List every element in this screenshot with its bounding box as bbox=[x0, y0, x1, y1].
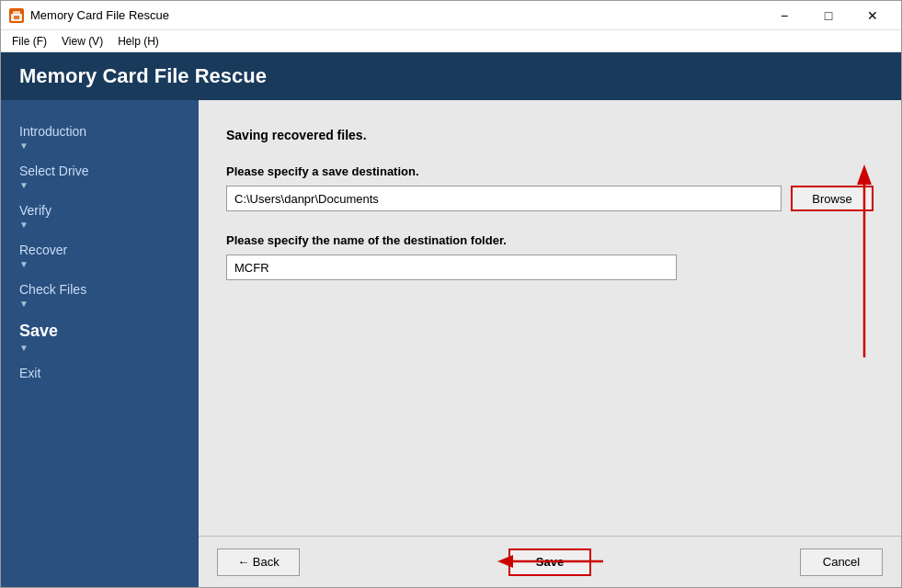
menu-view[interactable]: View (V) bbox=[54, 33, 110, 50]
sidebar-item-label: Exit bbox=[19, 366, 40, 380]
saving-title: Saving recovered files. bbox=[226, 128, 873, 142]
sidebar-item-label: Select Drive bbox=[19, 164, 88, 178]
menu-file[interactable]: File (F) bbox=[5, 33, 54, 50]
app-title: Memory Card File Rescue bbox=[19, 64, 267, 88]
save-button[interactable]: Save bbox=[508, 548, 591, 576]
window-controls: − □ ✕ bbox=[763, 1, 894, 30]
header-banner: Memory Card File Rescue bbox=[1, 52, 901, 100]
close-button[interactable]: ✕ bbox=[851, 1, 894, 30]
bottom-bar: ← Back Save Cancel bbox=[199, 536, 901, 587]
sidebar-arrow-4: ▼ bbox=[19, 299, 29, 309]
destination-row: Browse bbox=[226, 186, 873, 211]
sidebar-arrow-2: ▼ bbox=[19, 220, 29, 230]
sidebar-item-label: Introduction bbox=[19, 124, 86, 139]
sidebar-item-save[interactable]: Save ▼ bbox=[1, 312, 199, 356]
sidebar-item-label: Save bbox=[19, 322, 58, 341]
app-icon bbox=[8, 7, 25, 24]
menu-help[interactable]: Help (H) bbox=[110, 33, 166, 50]
sidebar-item-label: Check Files bbox=[19, 282, 86, 297]
sidebar-arrow-1: ▼ bbox=[19, 180, 29, 190]
svg-rect-3 bbox=[14, 16, 19, 19]
sidebar-arrow-3: ▼ bbox=[19, 259, 29, 269]
cancel-button[interactable]: Cancel bbox=[800, 548, 883, 576]
sidebar-item-exit[interactable]: Exit bbox=[1, 356, 199, 384]
sidebar-arrow-0: ▼ bbox=[19, 141, 29, 151]
main-layout: Introduction ▼ Select Drive ▼ Verify ▼ R… bbox=[1, 100, 901, 587]
destination-input[interactable] bbox=[226, 186, 782, 211]
minimize-button[interactable]: − bbox=[763, 1, 805, 30]
maximize-button[interactable]: □ bbox=[807, 1, 850, 30]
folder-input[interactable] bbox=[226, 254, 677, 280]
sidebar-item-introduction[interactable]: Introduction ▼ bbox=[1, 115, 199, 154]
back-button[interactable]: ← Back bbox=[217, 548, 300, 576]
main-window: Memory Card File Rescue − □ ✕ File (F) V… bbox=[0, 0, 902, 588]
window-title: Memory Card File Rescue bbox=[30, 8, 763, 22]
browse-button[interactable]: Browse bbox=[791, 186, 873, 211]
sidebar-item-verify[interactable]: Verify ▼ bbox=[1, 194, 199, 233]
title-bar: Memory Card File Rescue − □ ✕ bbox=[1, 1, 901, 30]
folder-label: Please specify the name of the destinati… bbox=[226, 233, 873, 247]
sidebar-item-label: Verify bbox=[19, 203, 51, 218]
sidebar-arrow-5: ▼ bbox=[19, 343, 29, 353]
content-area: Saving recovered files. Please specify a… bbox=[199, 100, 901, 536]
sidebar-item-recover[interactable]: Recover ▼ bbox=[1, 233, 199, 273]
svg-rect-2 bbox=[13, 11, 20, 16]
destination-label: Please specify a save destination. bbox=[226, 164, 873, 178]
sidebar-item-label: Recover bbox=[19, 243, 67, 257]
sidebar-item-select-drive[interactable]: Select Drive ▼ bbox=[1, 154, 199, 194]
menu-bar: File (F) View (V) Help (H) bbox=[1, 30, 901, 52]
sidebar: Introduction ▼ Select Drive ▼ Verify ▼ R… bbox=[1, 100, 199, 587]
sidebar-item-check-files[interactable]: Check Files ▼ bbox=[1, 273, 199, 312]
